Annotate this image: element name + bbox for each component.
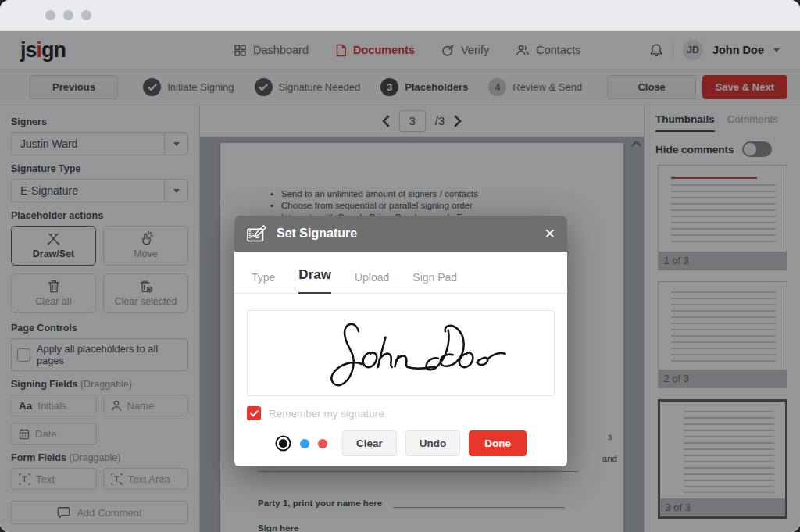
pen-color-black-selected[interactable] [279,439,288,448]
pen-color-red[interactable] [318,439,327,448]
tab-draw[interactable]: Draw [298,267,331,294]
signature-pad-icon [246,224,267,244]
set-signature-modal: Set Signature ✕ Type Draw Upload Sign Pa… [234,216,567,466]
remember-signature-label: Remember my signature [269,408,384,420]
done-button[interactable]: Done [469,430,527,456]
signature-actions: Clear Undo Done [234,430,567,456]
signature-method-tabs: Type Draw Upload Sign Pad [234,252,567,294]
undo-button[interactable]: Undo [405,430,461,456]
window-control-dot[interactable] [81,10,91,20]
modal-header: Set Signature ✕ [234,216,567,252]
remember-signature-row[interactable]: Remember my signature [247,406,567,420]
tab-upload[interactable]: Upload [355,271,389,293]
signature-canvas[interactable] [247,310,555,396]
checkbox-checked[interactable] [247,406,261,420]
window-titlebar [0,0,800,31]
close-icon[interactable]: ✕ [545,227,555,241]
tab-sign-pad[interactable]: Sign Pad [412,271,457,293]
modal-title: Set Signature [277,227,535,241]
window-control-dot[interactable] [63,10,73,20]
app-window: jsign Dashboard Documents Verify Contact… [0,0,800,532]
window-control-dot[interactable] [45,10,55,20]
john-doe-signature [284,315,518,391]
tab-type[interactable]: Type [252,271,275,293]
clear-button[interactable]: Clear [342,430,397,456]
pen-color-blue[interactable] [300,439,309,448]
